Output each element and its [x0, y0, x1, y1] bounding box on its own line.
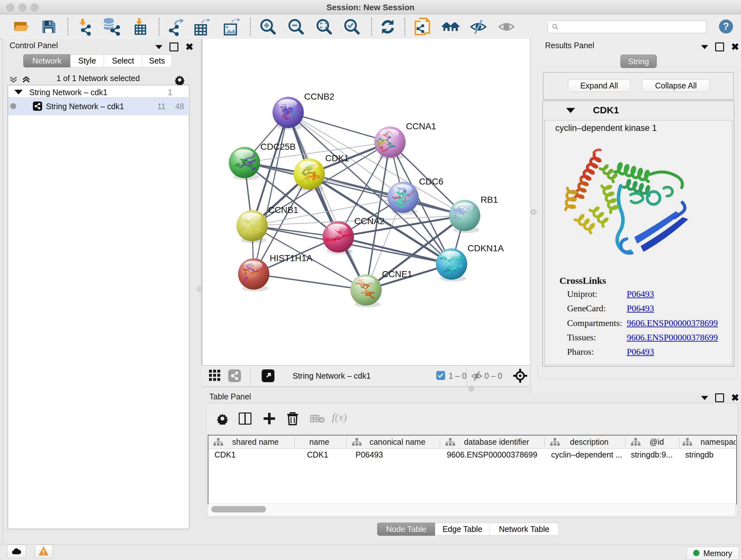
- svg-text:CDK1: CDK1: [325, 153, 349, 163]
- svg-text:CCNA2: CCNA2: [354, 216, 385, 226]
- svg-text:CDKN1A: CDKN1A: [468, 243, 504, 253]
- svg-text:CDC6: CDC6: [419, 177, 443, 186]
- svg-text:HIST1H1A: HIST1H1A: [270, 253, 313, 263]
- svg-text:CCNB1: CCNB1: [268, 205, 298, 215]
- svg-text:CCNA1: CCNA1: [406, 121, 436, 131]
- svg-text:CDC25B: CDC25B: [260, 142, 295, 152]
- svg-text:CCNE1: CCNE1: [382, 269, 412, 279]
- svg-text:CCNB2: CCNB2: [304, 91, 334, 102]
- svg-text:RB1: RB1: [481, 195, 498, 205]
